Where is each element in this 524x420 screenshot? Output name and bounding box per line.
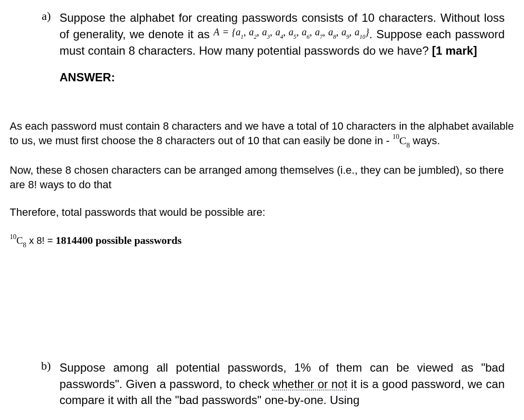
answer-a-final-result: 1814400 possible passwords <box>56 234 181 246</box>
question-a-content: Suppose the alphabet for creating passwo… <box>60 10 514 94</box>
answer-a-comb2-sub: 8 <box>23 241 26 249</box>
answer-a-para2: Now, these 8 chosen characters can be ar… <box>10 163 514 192</box>
question-a-section: a) Suppose the alphabet for creating pas… <box>10 10 514 94</box>
answer-a-para1-part2: ways. <box>410 135 440 147</box>
answer-a-comb1: 10C8 <box>392 135 410 147</box>
answer-a-comb1-sub: 8 <box>406 142 410 149</box>
answer-a-comb1-main: C <box>399 135 406 147</box>
question-b-content: Suppose among all potential passwords, 1… <box>60 360 514 408</box>
answer-a-comb2-main: C <box>16 235 23 246</box>
answer-a-label: ANSWER: <box>60 71 505 84</box>
answer-a-comb1-sup: 10 <box>392 133 399 140</box>
answer-a-comb2: 10C8 <box>10 235 26 246</box>
answer-a-para3: Therefore, total passwords that would be… <box>10 205 514 220</box>
question-a-text: Suppose the alphabet for creating passwo… <box>60 10 505 59</box>
question-a-math-set: A = {a1, a2, a3, a4, a5, a6, a7, a8, a9,… <box>213 27 369 37</box>
answer-a-block: As each password must contain 8 characte… <box>10 113 514 249</box>
question-b-item: b) Suppose among all potential passwords… <box>10 360 514 408</box>
question-b-marker: b) <box>10 360 60 373</box>
question-a-marker: a) <box>10 10 60 23</box>
answer-a-final: 10C8 x 8! = 1814400 possible passwords <box>10 233 514 249</box>
spacer <box>10 263 514 360</box>
question-a-mark: [1 mark] <box>432 44 477 57</box>
answer-a-para1: As each password must contain 8 characte… <box>10 119 514 150</box>
question-b-section: b) Suppose among all potential passwords… <box>10 360 514 408</box>
question-b-text: Suppose among all potential passwords, 1… <box>60 360 505 408</box>
answer-a-final-times: x 8! = <box>26 235 56 246</box>
question-b-underlined: whether or not <box>273 377 347 390</box>
answer-a-comb2-sup: 10 <box>10 233 16 240</box>
question-a-item: a) Suppose the alphabet for creating pas… <box>10 10 514 94</box>
